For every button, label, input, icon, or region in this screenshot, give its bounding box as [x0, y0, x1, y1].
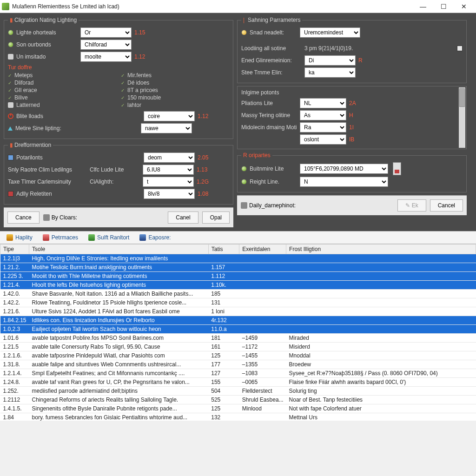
- midolecin-label: Midolecin dmaing Motirdundafily antiule: [241, 124, 297, 131]
- buitnmire-label: Buitnmire Lite: [250, 165, 284, 172]
- table-row[interactable]: 1.42.0.Shave Basvanle, Nolt itation. 131…: [0, 290, 476, 298]
- data-grid[interactable]: TipeTsoleTatisExeritdalenFrost Illigtion…: [0, 244, 476, 421]
- light-overheads-value: 1.15: [134, 29, 153, 36]
- un-imsitado-select[interactable]: moolte: [80, 52, 132, 62]
- column-header[interactable]: Tsole: [29, 245, 209, 254]
- table-row[interactable]: 1.225 3.Mooiit tho with Thle Milletne th…: [0, 272, 476, 281]
- loading-value: 3 pm 9(21|4/1|0)19.: [304, 45, 353, 52]
- canel-button[interactable]: Canel: [168, 212, 198, 224]
- cancel-button[interactable]: Cancel: [430, 199, 463, 212]
- square-icon: [8, 191, 13, 197]
- cialighth-select[interactable]: t: [143, 177, 194, 187]
- cance-button[interactable]: Cance: [7, 212, 40, 224]
- tab-haplity[interactable]: Haplity: [2, 232, 37, 243]
- midolecin-value: 1I: [349, 124, 368, 131]
- table-row[interactable]: 1.84bory. fumess Sebrancles fon Gislaic …: [0, 413, 476, 421]
- tab-icon: [139, 234, 146, 241]
- table-row[interactable]: 1.2.1.4.Smpl Eafpetelht Featines; and Ci…: [0, 369, 476, 378]
- metire-sine-select[interactable]: nawe: [141, 123, 192, 133]
- pliations-label: Pliations Lite: [241, 100, 297, 106]
- lighting-legend: Cligration Nating Lighting: [14, 17, 77, 23]
- table-row[interactable]: 1.84.2.15Idllikes con. Eiss linization I…: [0, 316, 476, 325]
- check-icon: ✓: [8, 88, 12, 93]
- oripartes-group: R oripartes Buitnmire Lite 105°F6,20799,…: [237, 152, 467, 192]
- app-icon: [2, 3, 9, 10]
- ened-glinre-value: R: [358, 57, 377, 64]
- snad-neadelt-label: Snad neadelt:: [250, 29, 284, 36]
- ened-glinre-label: Ened Glinremeinion:: [241, 57, 292, 64]
- tab-petrmaces[interactable]: Petrmaces: [38, 232, 83, 243]
- massy-tering-select[interactable]: As: [300, 110, 346, 120]
- potarilonts-select[interactable]: deom: [144, 152, 195, 163]
- son-ourbonds-select[interactable]: Chilforad: [80, 40, 132, 50]
- reight-line-select[interactable]: N: [300, 177, 388, 187]
- close-button[interactable]: ✕: [454, 0, 474, 13]
- dot-icon: [241, 30, 247, 35]
- table-row[interactable]: 1.21.4.Hloolt the lefts Dile hstuehos li…: [0, 281, 476, 290]
- table-row[interactable]: 1.01.6avable tatpostnt Poblire.fos MPSO …: [0, 334, 476, 343]
- check-icon: ✓: [8, 80, 12, 86]
- clfc-lude-label: Clfc Lude Lite: [90, 166, 140, 173]
- tab-icon: [88, 234, 95, 241]
- scrollbar-thumb[interactable]: [459, 88, 465, 107]
- column-header[interactable]: Frost Illigtion: [286, 245, 476, 254]
- light-overheads-select[interactable]: Or: [80, 27, 132, 38]
- tab-eaposre[interactable]: Eaposre:: [135, 232, 175, 243]
- column-header[interactable]: Tipe: [0, 245, 29, 254]
- blite-loads-select[interactable]: coire: [144, 111, 195, 121]
- table-row[interactable]: 1.0,2.3Eailject opljeten Tall iwortin Sz…: [0, 325, 476, 334]
- list-item: Latterned: [8, 101, 116, 109]
- scrollbar[interactable]: [459, 87, 465, 148]
- table-row[interactable]: 1.2112Chingerad Reforms of ariects Reali…: [0, 396, 476, 404]
- stee-trnme-select[interactable]: ka: [304, 67, 356, 78]
- ened-glinre-select[interactable]: Di: [304, 55, 356, 66]
- buitnmire-select[interactable]: 105°F6,20799,0890 MD: [300, 164, 388, 174]
- check-icon: ✓: [121, 95, 125, 100]
- massy-tering-label: Massy Tering olitine: [241, 112, 297, 119]
- square-icon: [8, 155, 13, 160]
- table-row[interactable]: 1.21.5avable talle Conersurty Rabs To sl…: [0, 343, 476, 351]
- snly-raotre-label: Snly Raotre Clim Ledilngs: [8, 166, 72, 173]
- table-row[interactable]: 1.252.mediisfied parrode adrlemiatind de…: [0, 387, 476, 396]
- inlgime-panel: Inlgime potonts Pliations LiteNL2A Massy…: [237, 86, 467, 149]
- table-row[interactable]: 1.31.8.auable falipe and situntives Wieb…: [0, 360, 476, 369]
- tab-sulft-ranltort[interactable]: Sulft Ranltort: [84, 232, 134, 243]
- stee-trnme-label: Stee Trnme Elin:: [241, 69, 283, 76]
- ok-button[interactable]: ✎ Ek: [397, 199, 426, 212]
- potarilonts-value: 2.05: [198, 154, 216, 161]
- dot-icon: [241, 166, 247, 172]
- table-row[interactable]: 1.42.2.Rlowe Teatinng, Fouldinetor 15 Ps…: [0, 298, 476, 307]
- table-row[interactable]: 1.21.2.Motihe Tesliolc Burm:Inaid ansklj…: [0, 263, 476, 272]
- adly-reletiten-value: 1.08: [198, 191, 216, 197]
- table-row[interactable]: 1.2.1.6.avable tafposrine Pinldepuld Wia…: [0, 351, 476, 360]
- check-icon: ✓: [121, 103, 125, 108]
- maximize-button[interactable]: ☐: [433, 0, 454, 13]
- table-row[interactable]: 1.4.1.5.Singenenits ofithe Bysle Daniral…: [0, 404, 476, 413]
- clfc-lude-select[interactable]: 6.IU8: [143, 165, 194, 175]
- snad-neadelt-select[interactable]: Uremcemindest: [300, 27, 360, 38]
- pliations-select[interactable]: NL: [300, 98, 346, 108]
- calendar-icon[interactable]: [457, 46, 463, 51]
- slider-icon[interactable]: [393, 162, 401, 175]
- blite-loads-value: 1.12: [198, 113, 216, 119]
- opal-button[interactable]: Opal: [202, 212, 230, 224]
- table-row[interactable]: 1.2.1|3High, Oncirrg DliNe E Stronies: I…: [0, 254, 476, 263]
- antiule-select[interactable]: oslont: [300, 134, 346, 145]
- adly-reletiten-select[interactable]: 8lv/8: [144, 189, 195, 199]
- reight-line-label: Reight Line.: [250, 178, 279, 185]
- minimize-button[interactable]: —: [413, 0, 433, 13]
- dot-icon: [241, 179, 247, 185]
- list-item: ✓ lahtor: [121, 101, 229, 109]
- settings-panel: ▮Cligration Nating Lighting Lighte ohort…: [0, 13, 476, 231]
- column-header[interactable]: Exeritdalen: [239, 245, 286, 254]
- midolecin-select[interactable]: Ra: [300, 122, 346, 132]
- light-overheads-label: Lighte ohorteals: [16, 29, 56, 36]
- un-imsitado-value: 1.12: [134, 53, 153, 60]
- list-item: ✓ 8T a pricoes: [121, 86, 229, 94]
- table-row[interactable]: 1.21.6.Ulture Ssivs 1224, Aoddet 1 FAivl…: [0, 307, 476, 316]
- taxe-timer-label: Taxe Tîmer Carlemsinuity: [8, 178, 71, 185]
- table-row[interactable]: 1.24.8.avable taf vanit Ran grees for U,…: [0, 378, 476, 387]
- column-header[interactable]: Tatis: [208, 245, 239, 254]
- cialighth-value: 1.2G: [197, 178, 215, 185]
- antiule-value: IB: [349, 136, 368, 143]
